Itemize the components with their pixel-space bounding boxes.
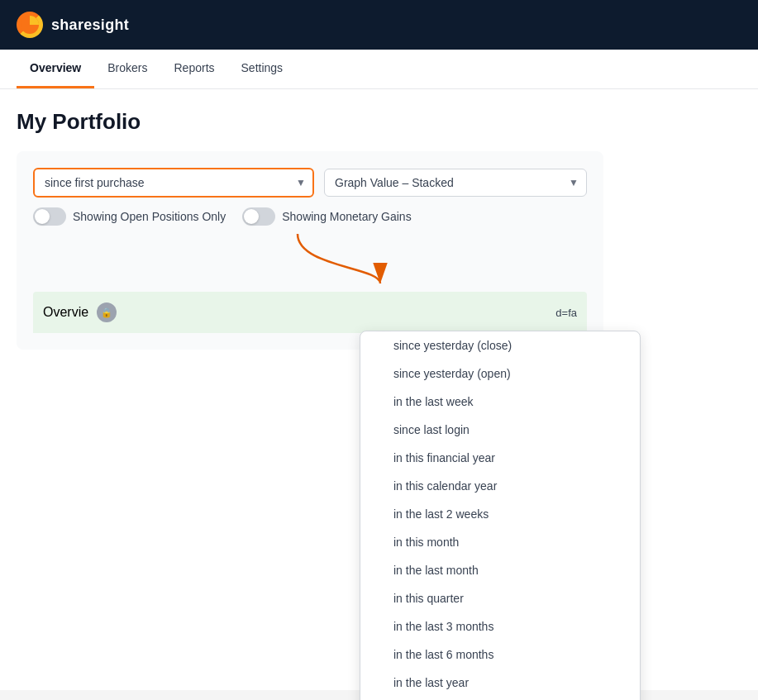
dropdown-item[interactable]: in the last 3 months bbox=[360, 612, 640, 640]
dropdown-item-label: in the last 2 weeks bbox=[393, 507, 489, 521]
overview-label: Overvie bbox=[43, 305, 88, 320]
dropdown-items-container: since yesterday (close)since yesterday (… bbox=[360, 331, 640, 700]
open-positions-toggle-item: Showing Open Positions Only bbox=[33, 207, 226, 226]
toggle-knob-2 bbox=[244, 209, 259, 224]
dropdown-item[interactable]: since yesterday (open) bbox=[360, 360, 640, 388]
dropdown-item[interactable]: in the last year bbox=[360, 669, 640, 697]
dropdown-item[interactable]: in this calendar year bbox=[360, 472, 640, 500]
dropdown-item-label: since yesterday (close) bbox=[393, 339, 512, 352]
date-range-dropdown: since yesterday (close)since yesterday (… bbox=[360, 331, 641, 700]
nav-reports[interactable]: Reports bbox=[161, 50, 228, 88]
dropdown-item-label: in the last 3 months bbox=[393, 620, 493, 633]
page-title: My Portfolio bbox=[17, 109, 741, 135]
toggle-knob bbox=[35, 209, 50, 224]
lock-icon: 🔒 bbox=[97, 302, 117, 322]
dropdown-item-label: in the last 6 months bbox=[393, 648, 493, 661]
dropdown-item-label: since last login bbox=[393, 423, 470, 436]
nav-brokers[interactable]: Brokers bbox=[94, 50, 160, 88]
dropdown-item-label: in the last week bbox=[393, 395, 474, 408]
dropdown-item-label: in this month bbox=[393, 536, 459, 549]
dropdown-item[interactable]: in the last 2 weeks bbox=[360, 500, 640, 528]
dropdown-item[interactable]: since yesterday (close) bbox=[360, 331, 640, 360]
dropdown-item[interactable]: in this quarter bbox=[360, 584, 640, 612]
toggle-row: Showing Open Positions Only Showing Mone… bbox=[33, 207, 587, 226]
logo-text: sharesight bbox=[51, 17, 129, 34]
dropdown-item-label: in this financial year bbox=[393, 451, 495, 464]
monetary-gains-label: Showing Monetary Gains bbox=[282, 210, 411, 223]
nav-overview[interactable]: Overview bbox=[17, 50, 94, 88]
logo: sharesight bbox=[17, 12, 129, 38]
dropdown-item[interactable]: in this financial year bbox=[360, 444, 640, 472]
logo-icon bbox=[17, 12, 43, 38]
dropdown-item[interactable]: since last login bbox=[360, 416, 640, 444]
page-content: My Portfolio since first purchase since … bbox=[0, 89, 758, 690]
overview-right-text: d=fa bbox=[555, 307, 577, 319]
arrow-container bbox=[33, 226, 587, 292]
dropdown-item[interactable]: in the last week bbox=[360, 388, 640, 416]
dropdown-item-label: in this quarter bbox=[393, 592, 464, 605]
dropdown-item[interactable]: in the last 2 years bbox=[360, 697, 640, 700]
date-range-select[interactable]: since first purchase since yesterday (cl… bbox=[33, 168, 314, 198]
graph-value-select[interactable]: Graph Value – Stacked bbox=[324, 169, 587, 197]
controls-row: since first purchase since yesterday (cl… bbox=[33, 168, 587, 198]
date-range-wrapper: since first purchase since yesterday (cl… bbox=[33, 168, 314, 198]
dropdown-tip bbox=[377, 331, 390, 331]
portfolio-card: since first purchase since yesterday (cl… bbox=[17, 151, 603, 350]
dropdown-item-label: in the last month bbox=[393, 564, 479, 577]
open-positions-toggle[interactable] bbox=[33, 207, 66, 226]
dropdown-item-label: in this calendar year bbox=[393, 479, 497, 493]
monetary-gains-toggle-item: Showing Monetary Gains bbox=[242, 207, 411, 226]
dropdown-item-label: in the last year bbox=[393, 676, 469, 689]
overview-strip: Overvie 🔒 d=fa bbox=[33, 292, 587, 333]
dropdown-item[interactable]: in the last 6 months bbox=[360, 640, 640, 669]
header: sharesight bbox=[0, 0, 758, 50]
monetary-gains-toggle[interactable] bbox=[242, 207, 275, 226]
dropdown-item-label: since yesterday (open) bbox=[393, 367, 511, 380]
nav-settings[interactable]: Settings bbox=[228, 50, 297, 88]
open-positions-label: Showing Open Positions Only bbox=[73, 210, 226, 223]
dropdown-item[interactable]: in this month bbox=[360, 528, 640, 556]
dropdown-item[interactable]: in the last month bbox=[360, 556, 640, 584]
graph-select-wrapper: Graph Value – Stacked ▼ bbox=[324, 169, 587, 197]
dropdown-arrow bbox=[281, 226, 413, 292]
main-nav: Overview Brokers Reports Settings bbox=[0, 50, 758, 89]
